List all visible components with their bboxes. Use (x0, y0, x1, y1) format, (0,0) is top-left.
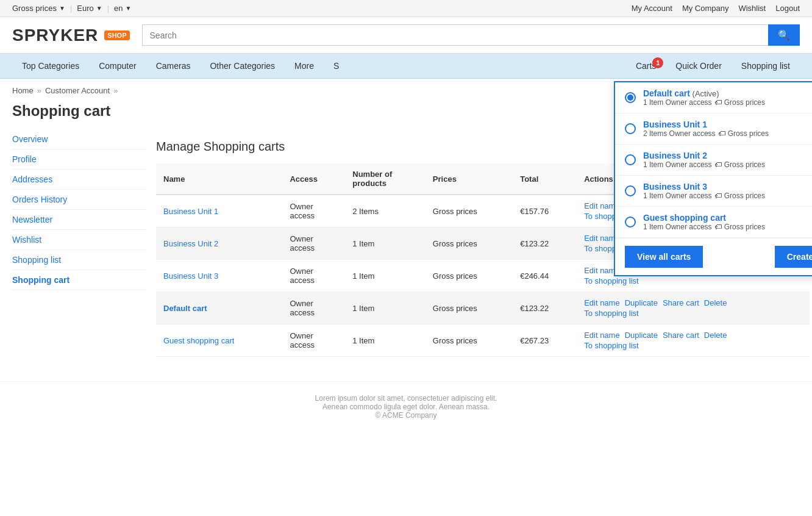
carts-button[interactable]: Carts 1 (626, 54, 666, 78)
to-shopping-list-guest[interactable]: To shopping list (584, 341, 639, 350)
price-type-arrow-icon: ▼ (59, 5, 65, 12)
search-button[interactable]: 🔍 (768, 24, 800, 46)
tag-icon-default: 🏷 (714, 98, 722, 107)
sidebar-item-overview[interactable]: Overview (12, 129, 146, 149)
sidebar-item-wishlist[interactable]: Wishlist (12, 230, 146, 250)
edit-name-guest[interactable]: Edit name (584, 331, 620, 340)
language-label: en (114, 4, 123, 13)
nav-top-categories[interactable]: Top Categories (12, 54, 89, 78)
row-name-bu1: Business Unit 1 (156, 195, 282, 228)
row-products-default: 1 Item (345, 292, 426, 324)
currency-label: Euro (77, 4, 93, 13)
cart-name-link-bu3[interactable]: Business Unit 3 (163, 271, 218, 281)
col-products: Number ofproducts (345, 163, 426, 195)
row-prices-bu2: Gross prices (426, 228, 513, 260)
cart-name-link-bu1[interactable]: Business Unit 1 (163, 207, 218, 216)
cart-dropdown-item-bu3[interactable]: Business Unit 3 1 Item Owner access 🏷 Gr… (615, 176, 812, 207)
row-name-bu2: Business Unit 2 (156, 228, 282, 260)
cart-name-link-default[interactable]: Default cart (163, 304, 207, 313)
cart-info-bu2: Business Unit 2 1 Item Owner access 🏷 Gr… (643, 151, 812, 169)
table-row: Guest shopping cart Owneraccess 1 Item G… (156, 324, 810, 357)
cart-dropdown-item-default[interactable]: Default cart 1 Item Owner access 🏷 Gross… (615, 82, 812, 113)
nav-cameras[interactable]: Cameras (146, 54, 201, 78)
row-products-bu2: 1 Item (345, 228, 426, 260)
row-access-guest: Owneraccess (282, 324, 345, 357)
currency-arrow-icon: ▼ (96, 5, 102, 12)
logout-link[interactable]: Logout (775, 4, 800, 13)
nav-shopping-list[interactable]: Shopping list (732, 54, 800, 78)
row-total-bu3: €246.44 (513, 260, 577, 292)
cart-dropdown-actions: View all carts Create New Cart (615, 238, 812, 275)
create-new-cart-button[interactable]: Create New Cart (775, 246, 812, 268)
delete-guest[interactable]: Delete (704, 331, 727, 340)
edit-name-default[interactable]: Edit name (584, 298, 620, 307)
delete-default[interactable]: Delete (704, 298, 727, 307)
table-row: Default cart Owneraccess 1 Item Gross pr… (156, 292, 810, 324)
row-total-bu1: €157.76 (513, 195, 577, 228)
cart-dropdown-item-guest[interactable]: Guest shopping cart 1 Item Owner access … (615, 207, 812, 238)
tag-icon-bu3: 🏷 (714, 192, 722, 200)
cart-meta-guest: 1 Item Owner access 🏷 Gross prices (643, 223, 812, 231)
row-products-guest: 1 Item (345, 324, 426, 357)
search-bar: 🔍 (142, 24, 800, 46)
nav-quick-order[interactable]: Quick Order (666, 54, 731, 78)
row-access-bu2: Owneraccess (282, 228, 345, 260)
cart-dropdown: Default cart 1 Item Owner access 🏷 Gross… (614, 81, 812, 276)
nav-more[interactable]: More (285, 54, 324, 78)
currency-dropdown[interactable]: Euro ▼ (77, 4, 102, 13)
tag-icon-guest: 🏷 (714, 223, 722, 231)
sidebar-item-addresses[interactable]: Addresses (12, 170, 146, 190)
share-cart-default[interactable]: Share cart (663, 298, 699, 307)
nav-computer[interactable]: Computer (89, 54, 146, 78)
duplicate-default[interactable]: Duplicate (625, 298, 658, 307)
header: SPRYKER SHOP 🔍 (0, 17, 812, 54)
top-bar: Gross prices ▼ | Euro ▼ | en ▼ My Accoun… (0, 0, 812, 17)
cart-radio-bu2[interactable] (625, 154, 636, 165)
footer-line2: Aenean commodo ligula eget dolor. Aenean… (12, 403, 800, 411)
logo-text: SPRYKER (12, 26, 98, 45)
breadcrumb-home[interactable]: Home (12, 86, 34, 95)
wishlist-link[interactable]: Wishlist (738, 4, 766, 13)
tag-icon-bu2: 🏷 (714, 160, 722, 169)
nav-right: Carts 1 Default cart 1 Item Owner access… (626, 54, 800, 78)
breadcrumb-customer-account[interactable]: Customer Account (45, 86, 110, 95)
duplicate-guest[interactable]: Duplicate (625, 331, 658, 340)
cart-radio-default[interactable] (625, 92, 636, 103)
sidebar-item-orders-history[interactable]: Orders History (12, 190, 146, 210)
sidebar-item-shopping-cart[interactable]: Shopping cart (12, 270, 146, 290)
nav-s[interactable]: S (324, 54, 349, 78)
cart-radio-guest[interactable] (625, 217, 636, 228)
cart-dropdown-item-bu2[interactable]: Business Unit 2 1 Item Owner access 🏷 Gr… (615, 145, 812, 176)
cart-info-bu3: Business Unit 3 1 Item Owner access 🏷 Gr… (643, 182, 812, 200)
nav-other-categories[interactable]: Other Categories (200, 54, 285, 78)
footer-line3: © ACME Company (12, 411, 800, 420)
sidebar-item-shopping-list[interactable]: Shopping list (12, 250, 146, 270)
manage-title: Manage Shopping carts (156, 140, 285, 154)
footer: Lorem ipsum dolor sit amet, consectetuer… (0, 381, 812, 432)
sidebar-item-profile[interactable]: Profile (12, 149, 146, 170)
cart-radio-bu3[interactable] (625, 185, 636, 196)
language-arrow-icon: ▼ (126, 5, 132, 12)
cart-meta-bu2: 1 Item Owner access 🏷 Gross prices (643, 160, 812, 169)
col-access: Access (282, 163, 345, 195)
price-type-dropdown[interactable]: Gross prices ▼ (12, 4, 65, 13)
share-cart-guest[interactable]: Share cart (663, 331, 699, 340)
search-input[interactable] (142, 24, 768, 46)
to-shopping-list-default[interactable]: To shopping list (584, 309, 639, 318)
row-prices-bu3: Gross prices (426, 260, 513, 292)
cart-radio-bu1[interactable] (625, 123, 636, 134)
view-all-carts-button[interactable]: View all carts (625, 246, 703, 268)
cart-dropdown-item-bu1[interactable]: Business Unit 1 2 Items Owner access 🏷 G… (615, 113, 812, 145)
cart-count-badge: 1 (652, 57, 663, 68)
sidebar-item-newsletter[interactable]: Newsletter (12, 210, 146, 230)
cart-meta-default: 1 Item Owner access 🏷 Gross prices (643, 98, 812, 107)
cart-name-link-guest[interactable]: Guest shopping cart (163, 336, 234, 345)
cart-name-link-bu2[interactable]: Business Unit 2 (163, 239, 218, 248)
to-shopping-list-bu3[interactable]: To shopping list (584, 276, 639, 285)
language-dropdown[interactable]: en ▼ (114, 4, 131, 13)
row-total-guest: €267.23 (513, 324, 577, 357)
my-company-link[interactable]: My Company (682, 4, 729, 13)
row-access-bu1: Owneraccess (282, 195, 345, 228)
my-account-link[interactable]: My Account (632, 4, 672, 13)
logo[interactable]: SPRYKER SHOP (12, 26, 130, 45)
